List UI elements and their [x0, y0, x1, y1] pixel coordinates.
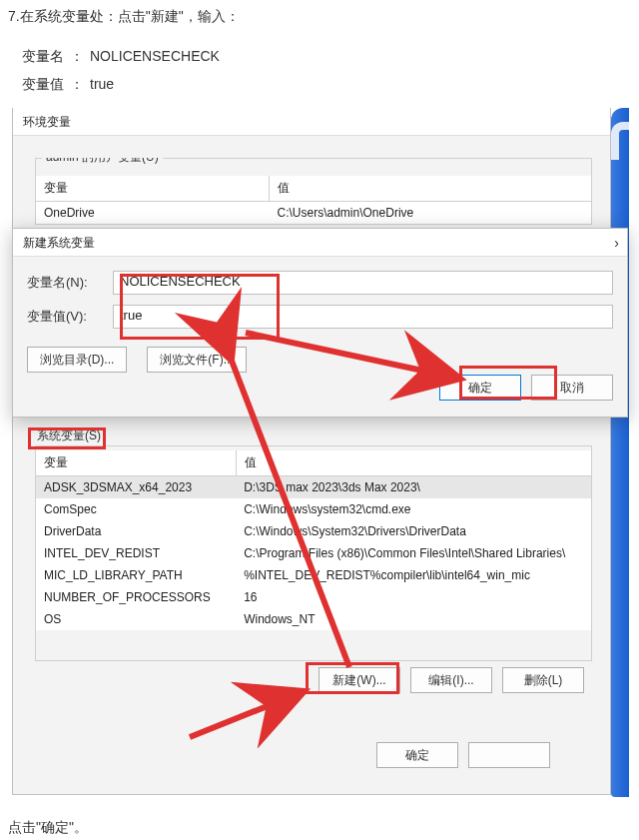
table-row[interactable]: ComSpecC:\Windows\system32\cmd.exe — [36, 498, 591, 520]
bottom-button-bar: 确定 — [376, 742, 550, 768]
name-label: 变量名(N): — [27, 274, 113, 292]
sys-button-bar: 新建(W)... 编辑(I)... 删除(L) — [319, 667, 584, 693]
table-row[interactable]: DriverDataC:\Windows\System32\Drivers\Dr… — [36, 520, 591, 542]
table-row[interactable]: INTEL_DEV_REDISTC:\Program Files (x86)\C… — [36, 542, 591, 564]
cancel-button[interactable]: 取消 — [531, 375, 613, 401]
sys-col-var: 变量 — [36, 450, 236, 476]
name-row: 变量名(N): NOLICENSECHECK — [27, 271, 613, 295]
table-row[interactable]: ADSK_3DSMAX_x64_2023D:\3DS max 2023\3ds … — [36, 476, 591, 499]
sys-col-val: 值 — [236, 450, 591, 476]
win11-desktop-edge — [611, 108, 629, 797]
value-row: 变量值(V): true — [27, 305, 613, 329]
var-value-label: 变量值 — [22, 76, 64, 92]
system-variables-table[interactable]: 变量 值 ADSK_3DSMAX_x64_2023D:\3DS max 2023… — [36, 450, 591, 630]
environment-variables-dialog: 环境变量 admin 的用户变量(U) 变量 值 OneDrive C:\Use — [12, 108, 611, 795]
footer-text: 点击"确定"。 — [8, 819, 631, 837]
var-name-value: NOLICENSECHECK — [90, 48, 220, 64]
table-row[interactable]: NUMBER_OF_PROCESSORS16 — [36, 586, 591, 608]
screenshot: 环境变量 admin 的用户变量(U) 变量 值 OneDrive C:\Use — [10, 108, 629, 797]
edit-button[interactable]: 编辑(I)... — [410, 667, 492, 693]
table-row[interactable]: OneDrive C:\Users\admin\OneDrive — [36, 202, 591, 225]
system-variables-group: 系统变量(S) 变量 值 ADSK_3DSMAX_x64_2023D:\3DS … — [35, 437, 592, 667]
user-col-val: 值 — [270, 176, 591, 202]
user-group-legend: admin 的用户变量(U) — [42, 158, 163, 166]
variable-name-input[interactable]: NOLICENSECHECK — [113, 271, 613, 295]
new-dlg-title: 新建系统变量 › — [13, 229, 627, 257]
table-row[interactable]: OSWindows_NT — [36, 608, 591, 630]
okcancel-bar: 确定 取消 — [439, 375, 613, 401]
step-text: 7.在系统变量处：点击"新建"，输入： — [8, 8, 631, 26]
delete-button[interactable]: 删除(L) — [502, 667, 584, 693]
table-row[interactable]: MIC_LD_LIBRARY_PATH%INTEL_DEV_REDIST%com… — [36, 564, 591, 586]
user-variables-group: admin 的用户变量(U) 变量 值 OneDrive C:\Users\ad… — [35, 158, 592, 228]
user-variables-table[interactable]: 变量 值 OneDrive C:\Users\admin\OneDrive — [36, 176, 591, 224]
var-name-label: 变量名 — [22, 48, 64, 64]
sys-group-legend: 系统变量(S) — [33, 427, 105, 444]
ok-button[interactable]: 确定 — [439, 375, 521, 401]
ok-button[interactable]: 确定 — [376, 742, 458, 768]
browse-dir-button[interactable]: 浏览目录(D)... — [27, 347, 127, 373]
browse-file-button[interactable]: 浏览文件(F)... — [147, 347, 247, 373]
env-dialog-title: 环境变量 — [13, 108, 610, 136]
new-button[interactable]: 新建(W)... — [319, 667, 400, 693]
cancel-button-blurred[interactable] — [468, 742, 550, 768]
browse-row: 浏览目录(D)... 浏览文件(F)... — [13, 339, 627, 373]
variable-definition: 变量名：NOLICENSECHECK 变量值：true — [22, 48, 631, 94]
var-value-value: true — [90, 76, 114, 92]
new-system-variable-dialog: 新建系统变量 › 变量名(N): NOLICENSECHECK 变量值(V): … — [12, 228, 628, 418]
user-col-var: 变量 — [36, 176, 270, 202]
value-label: 变量值(V): — [27, 308, 113, 326]
chevron-right-icon: › — [614, 229, 619, 257]
variable-value-input[interactable]: true — [113, 305, 613, 329]
